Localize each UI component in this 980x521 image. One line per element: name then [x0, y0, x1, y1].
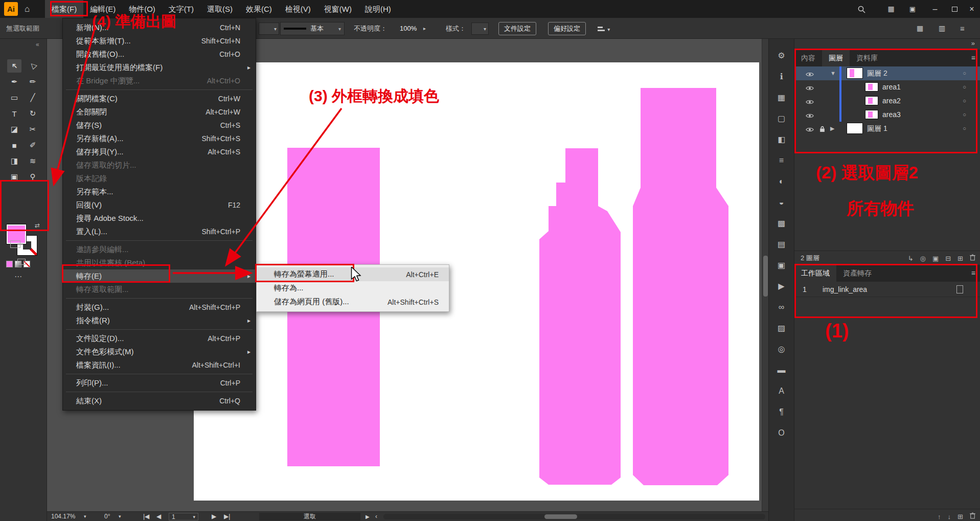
properties-gear-icon[interactable]: ⚙	[769, 45, 794, 66]
file-menu-item[interactable]: 置入(L)... Shift+Ctrl+P ▸	[63, 225, 256, 238]
file-menu-item[interactable]: 邀請參與編輯... ▸	[63, 243, 256, 256]
export-submenu-item[interactable]: 儲存為網頁用 (舊版)... Alt+Shift+Ctrl+S	[257, 295, 449, 309]
panel-tab[interactable]: 資料庫	[850, 50, 884, 66]
brushes-panel-icon[interactable]: ◎	[769, 338, 794, 359]
file-menu-item[interactable]: 結束(X) Ctrl+Q ▸	[63, 394, 256, 407]
file-menu-item[interactable]: 開啟舊檔(O)... Ctrl+O ▸	[63, 48, 256, 61]
menubar-item[interactable]: 說明(H)	[358, 0, 398, 18]
columns-view-icon[interactable]: ▥	[939, 18, 945, 39]
file-menu-item[interactable]: 版本記錄 ▸	[63, 172, 256, 185]
panel-tab[interactable]: 工作區域	[794, 265, 836, 282]
image-trace-panel-icon[interactable]: ▨	[769, 318, 794, 338]
visibility-eye-icon[interactable]	[806, 125, 814, 134]
file-menu-item[interactable]: 關閉檔案(C) Ctrl+W ▸	[63, 92, 256, 105]
file-menu-item[interactable]: 共用以供審核 (Beta)... ▸	[63, 256, 256, 269]
file-menu-item[interactable]: 在 Bridge 中瀏覽... Alt+Ctrl+O ▸	[63, 74, 256, 87]
draw-mode-icon[interactable]	[10, 240, 20, 248]
shape-tool[interactable]: ■	[7, 139, 21, 152]
last-artboard-icon[interactable]: ▶|	[224, 512, 230, 521]
pattern-panel-icon[interactable]: ▩	[769, 213, 794, 234]
panel-tab[interactable]: 內容	[794, 50, 822, 66]
collect-for-export-icon[interactable]: ↳	[908, 255, 914, 262]
layer-row[interactable]: ▼ ▶ area3 ○	[794, 108, 980, 122]
rotate-tool[interactable]: ↻	[26, 107, 40, 120]
menubar-item[interactable]: 文字(T)	[162, 0, 200, 18]
menubar-item[interactable]: 物件(O)	[122, 0, 162, 18]
menubar-item[interactable]: 檔案(F)	[45, 0, 83, 18]
illustrator-logo[interactable]: Ai	[4, 2, 18, 16]
file-menu-item[interactable]: 打開最近使用過的檔案(F) ▸	[63, 61, 256, 74]
lock-icon[interactable]	[819, 125, 825, 134]
chevron-down-icon[interactable]: ▼	[830, 66, 836, 80]
preferences-button[interactable]: 偏好設定	[548, 22, 586, 35]
color-mode-swatch[interactable]	[6, 261, 13, 267]
close-window-button[interactable]: ×	[964, 0, 979, 18]
flattener-panel-icon[interactable]: ▬	[769, 359, 794, 380]
file-menu-item[interactable]: 文件設定(D)... Alt+Ctrl+P ▸	[63, 332, 256, 345]
chevron-down-icon[interactable]: ▾	[84, 512, 86, 521]
layer-thumbnail[interactable]	[865, 96, 878, 105]
eyedropper-tool[interactable]: ✐	[26, 139, 40, 152]
pathfinder-panel-icon[interactable]: ◧	[769, 129, 794, 150]
file-menu-item[interactable]: 從範本新增(T)... Shift+Ctrl+N ▸	[63, 34, 256, 48]
locate-object-icon[interactable]: ◎	[920, 255, 926, 262]
layer-thumbnail[interactable]	[865, 110, 878, 119]
navigator-panel-icon[interactable]: ▣	[769, 255, 794, 276]
menubar-item[interactable]: 視窗(W)	[317, 0, 358, 18]
artboard-tool[interactable]: ▣	[7, 170, 21, 184]
target-circle-icon[interactable]: ○	[963, 108, 966, 122]
export-submenu-item[interactable]: 轉存為...	[257, 281, 449, 295]
toolbar-collapse-icon[interactable]: «	[36, 41, 39, 48]
move-up-icon[interactable]: ↑	[938, 513, 941, 520]
visibility-eye-icon[interactable]	[806, 98, 814, 107]
layer-row[interactable]: ▼ ▶ 圖層 1 ○	[794, 122, 980, 135]
appearance-panel-icon[interactable]: ▤	[769, 234, 794, 255]
edit-toolbar-ellipsis-icon[interactable]: ⋯	[14, 272, 22, 281]
layer-name[interactable]: area1	[882, 80, 901, 94]
file-menu-item[interactable]: 轉存選取範圍... ▸	[63, 283, 256, 296]
panel-tab[interactable]: 圖層	[822, 50, 850, 66]
type-tool[interactable]: T	[7, 107, 21, 120]
gradient-panel-icon[interactable]: ◐	[769, 171, 794, 192]
minimize-button[interactable]: –	[926, 0, 944, 18]
document-setup-button[interactable]: 文件設定	[498, 22, 536, 35]
chevron-down-icon[interactable]: ▾	[119, 512, 121, 521]
artboard-name[interactable]: img_link_area	[823, 282, 867, 297]
selection-tool[interactable]: ➔	[7, 59, 21, 73]
delete-layer-icon[interactable]	[970, 254, 975, 262]
zoom-level[interactable]: 104.17%	[51, 512, 75, 521]
links-panel-icon[interactable]: ∞	[769, 297, 794, 318]
workspace-switcher-icon[interactable]: ▦	[882, 0, 900, 18]
target-circle-icon[interactable]: ○	[963, 66, 966, 80]
first-artboard-icon[interactable]: |◀	[143, 512, 149, 521]
symbol-sprayer-tool[interactable]: ≋	[26, 154, 40, 168]
file-menu-item[interactable]: 指令檔(R) ▸	[63, 314, 256, 327]
move-down-icon[interactable]: ↓	[948, 513, 951, 520]
new-artboard-icon[interactable]: ⊞	[958, 513, 963, 520]
pen-tool[interactable]: ✒	[7, 75, 21, 88]
file-menu-item[interactable]: 新增(N)... Ctrl+N ▸	[63, 21, 256, 34]
layer-name[interactable]: 圖層 1	[867, 122, 887, 135]
stroke-panel-icon[interactable]: ≡	[769, 150, 794, 171]
collapse-panels-icon[interactable]: »	[971, 39, 975, 47]
file-menu-item[interactable]: 另存範本... ▸	[63, 185, 256, 198]
eraser-tool[interactable]: ◪	[7, 123, 21, 136]
pink-shape-bottle-large[interactable]	[633, 88, 728, 485]
make-mask-icon[interactable]: ▣	[932, 255, 939, 262]
layer-thumbnail[interactable]	[865, 82, 878, 92]
paragraph-panel-icon[interactable]: ¶	[769, 401, 794, 422]
layer-row[interactable]: ▼ ▶ 圖層 2 ○	[794, 66, 980, 80]
actions-panel-icon[interactable]: ▶	[769, 276, 794, 297]
new-layer-icon[interactable]: ⊞	[958, 255, 963, 262]
file-menu-item[interactable]: 文件色彩模式(M) ▸	[63, 345, 256, 358]
info-icon[interactable]: ℹ	[769, 66, 794, 87]
artboard-page-icon[interactable]	[956, 285, 963, 293]
stroke-profile-dropdown[interactable]: 基本 ▾	[280, 22, 345, 35]
screen-mode-icon[interactable]	[17, 259, 26, 265]
restore-window-button[interactable]	[946, 0, 963, 18]
chevron-right-icon[interactable]: ▸	[423, 18, 426, 39]
file-menu-item[interactable]: 儲存選取的切片... ▸	[63, 158, 256, 172]
align-options-icon[interactable]: ▾	[597, 18, 610, 40]
shape-builder-tool[interactable]: ◨	[7, 154, 21, 168]
target-circle-icon[interactable]: ○	[963, 94, 966, 108]
